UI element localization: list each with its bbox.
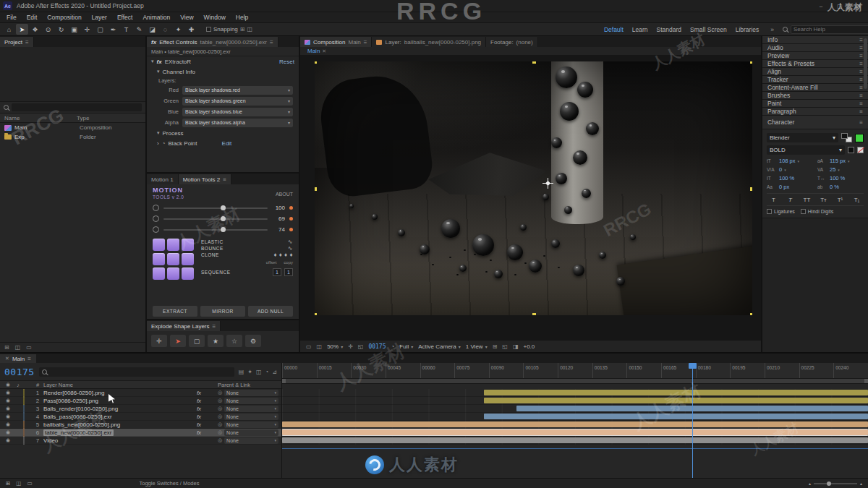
menu-item[interactable]: Animation: [137, 14, 175, 21]
workspace-item[interactable]: Libraries: [736, 26, 760, 33]
motion-feature-button[interactable]: ELASTIC ∿: [201, 239, 293, 245]
extract-button[interactable]: EXTRACT: [153, 306, 197, 317]
panel-menu-icon[interactable]: [859, 85, 863, 91]
pickwhip-icon[interactable]: [218, 406, 222, 411]
selection-handle[interactable]: [532, 313, 536, 315]
frame-blending-icon[interactable]: [256, 369, 262, 375]
selection-handle[interactable]: [750, 61, 752, 64]
graph-editor-icon[interactable]: [272, 369, 277, 375]
timeline-zoom-slider[interactable]: ▴ ▴: [809, 481, 862, 486]
panel-menu-icon[interactable]: [364, 39, 367, 46]
effect-header-row[interactable]: fx EXtractoR Reset: [147, 56, 299, 67]
track-row[interactable]: [282, 389, 868, 397]
dial-icon[interactable]: [153, 215, 159, 222]
track-row[interactable]: [282, 405, 868, 413]
panel-menu-icon[interactable]: [859, 69, 863, 75]
fx-switch[interactable]: fx: [182, 398, 216, 404]
anchor-grid-button[interactable]: [153, 253, 165, 265]
collapsed-panel-header[interactable]: Paragraph: [762, 108, 868, 116]
pickwhip-icon[interactable]: [218, 437, 222, 443]
parent-select[interactable]: None: [224, 390, 278, 396]
parent-select[interactable]: None: [224, 414, 278, 420]
fx-switch[interactable]: fx: [182, 414, 216, 420]
time-ruler[interactable]: 0000000015000300004500060000750009000105…: [282, 363, 868, 379]
timeline-layer-row[interactable]: 4 Balls_pass[0086-0250].exr fx None: [0, 413, 281, 421]
add-null-button[interactable]: ADD NULL: [248, 306, 293, 317]
fx-switch[interactable]: fx: [182, 406, 216, 412]
selection-handle[interactable]: [315, 313, 317, 315]
channel-select[interactable]: Black layer shadows.blue: [182, 108, 293, 116]
column-name[interactable]: Name: [4, 115, 77, 121]
menu-item[interactable]: Layer: [87, 14, 112, 21]
fx-switch[interactable]: fx: [182, 390, 216, 396]
collapse-icon[interactable]: [157, 130, 160, 136]
shape-tool-icon[interactable]: ▢: [94, 24, 106, 35]
pickwhip-icon[interactable]: [218, 398, 222, 403]
timeline-layer-row-selected[interactable]: 6 table_new[0000-0250].exr fx None: [0, 429, 281, 437]
project-search-input[interactable]: [12, 103, 142, 111]
slider-thumb[interactable]: [221, 205, 226, 210]
mirror-button[interactable]: MIRROR: [200, 306, 245, 317]
pickwhip-icon[interactable]: [218, 390, 222, 395]
panel-menu-icon[interactable]: [213, 323, 216, 330]
expand-layer-switches-icon[interactable]: [6, 480, 10, 487]
track-row[interactable]: [282, 437, 868, 445]
eye-icon[interactable]: [3, 429, 13, 435]
pickwhip-icon[interactable]: [218, 429, 222, 435]
panel-menu-icon[interactable]: [859, 108, 863, 115]
label-color-chip[interactable]: [23, 389, 25, 397]
marquee-button[interactable]: ▢: [189, 335, 205, 347]
keyframe-dot-icon[interactable]: [289, 206, 293, 210]
faux-style-button[interactable]: T¹: [835, 195, 846, 204]
stroke-swatch[interactable]: [848, 147, 854, 153]
fx-switch[interactable]: fx: [182, 421, 216, 428]
collapsed-panel-header[interactable]: Preview: [762, 52, 868, 60]
current-timecode[interactable]: 00175: [4, 367, 35, 377]
menu-item[interactable]: Edit: [22, 14, 43, 21]
sequence-input-2[interactable]: 1: [284, 268, 293, 276]
project-settings-icon[interactable]: [4, 344, 9, 351]
track-row[interactable]: [282, 421, 868, 429]
parent-select[interactable]: None: [224, 398, 278, 404]
reset-link[interactable]: Reset: [279, 59, 294, 65]
dial-icon[interactable]: [153, 205, 159, 211]
leading-field[interactable]: aA 115 px: [817, 158, 864, 164]
tab-layer[interactable]: Layer: ballballs_new[0000-0250].png: [372, 37, 486, 47]
anchor-grid-button[interactable]: [182, 253, 194, 265]
star-filled-button[interactable]: ★: [208, 335, 224, 347]
anchor-grid-button[interactable]: [167, 239, 179, 251]
zoom-out-icon[interactable]: ▴: [809, 481, 811, 486]
work-area-bar[interactable]: [282, 379, 868, 384]
selection-handle[interactable]: [315, 187, 317, 191]
shy-icon[interactable]: [247, 369, 252, 375]
label-color-chip[interactable]: [23, 397, 25, 405]
menu-item[interactable]: Window: [199, 14, 231, 21]
no-stroke-swatch[interactable]: [857, 147, 864, 153]
font-size-field[interactable]: tT 108 px: [767, 158, 813, 164]
clone-stamp-tool-icon[interactable]: ◪: [146, 24, 158, 35]
tsume-field[interactable]: ab 0 %: [817, 184, 864, 190]
selection-button[interactable]: ➤: [170, 335, 186, 347]
motion-blur-icon[interactable]: [265, 369, 268, 375]
menu-item[interactable]: Help: [231, 14, 253, 21]
timeline-layer-row[interactable]: 1 Render[0086-0250].png fx None: [0, 389, 281, 397]
maximize-button[interactable]: [830, 0, 849, 12]
selection-handle[interactable]: [315, 61, 317, 64]
workspace-item[interactable]: Learn: [632, 26, 648, 33]
pickwhip-icon[interactable]: [218, 421, 222, 427]
panel-menu-icon[interactable]: [859, 53, 863, 59]
snapshot-icon[interactable]: [391, 343, 395, 350]
vertical-scale-field[interactable]: IT 100 %: [767, 175, 813, 181]
parent-select[interactable]: None: [224, 429, 278, 436]
trash-icon[interactable]: [26, 344, 32, 351]
anchor-grid-button[interactable]: [153, 239, 165, 251]
pan-behind-tool-icon[interactable]: ✛: [81, 24, 93, 35]
faux-style-button[interactable]: T: [785, 195, 796, 204]
timeline-layer-row[interactable]: 2 Pass[0086-0250].png fx None: [0, 397, 281, 405]
tab-footage[interactable]: Footage: (none): [486, 37, 538, 47]
pickwhip-icon[interactable]: [218, 414, 222, 419]
mask-visibility-icon[interactable]: [358, 343, 364, 350]
horizontal-scale-field[interactable]: T↔ 100 %: [817, 175, 864, 181]
tracking-field[interactable]: VA 25: [817, 166, 864, 173]
menu-item[interactable]: File: [1, 14, 22, 21]
